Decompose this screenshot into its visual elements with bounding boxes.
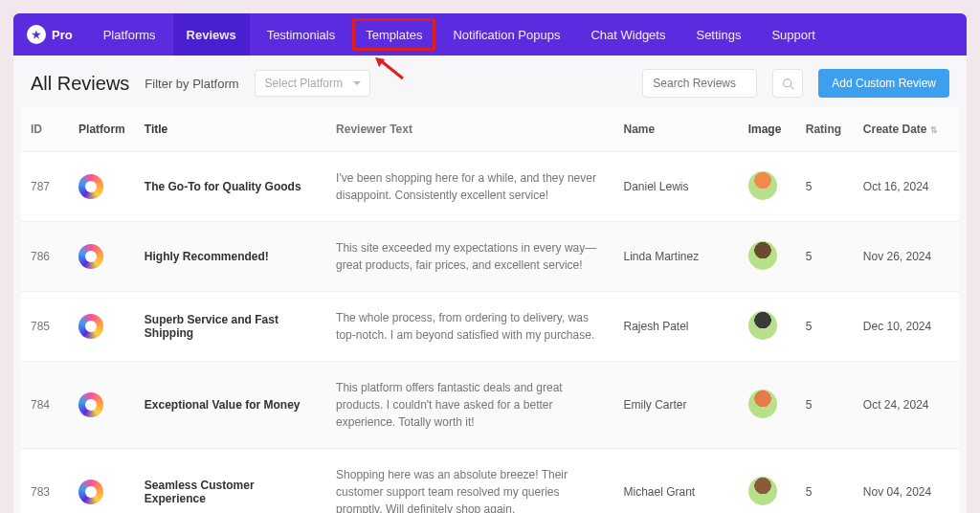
platform-icon — [78, 174, 103, 199]
cell-text: Shopping here was an absolute breeze! Th… — [326, 449, 613, 514]
cell-rating: 5 — [796, 449, 854, 514]
cell-id: 787 — [21, 152, 69, 222]
table-header-row: ID Platform Title Reviewer Text Name Ima… — [21, 107, 959, 152]
sort-icon: ⇅ — [930, 125, 938, 135]
platform-icon — [78, 244, 103, 269]
avatar — [748, 311, 777, 340]
cell-date: Nov 26, 2024 — [854, 222, 959, 292]
table-row[interactable]: 786 Highly Recommended! This site exceed… — [21, 222, 959, 292]
page-title: All Reviews — [31, 73, 129, 95]
cell-platform — [69, 222, 135, 292]
cell-title: Highly Recommended! — [135, 222, 326, 292]
cell-platform — [69, 449, 135, 514]
cell-rating: 5 — [796, 152, 854, 222]
cell-text: This site exceeded my expectations in ev… — [326, 222, 613, 292]
cell-name: Daniel Lewis — [613, 152, 738, 222]
nav-item-chat-widgets[interactable]: Chat Widgets — [577, 13, 679, 56]
avatar — [748, 390, 777, 418]
cell-title: Seamless Customer Experience — [135, 449, 326, 514]
top-nav: ★ Pro PlatformsReviewsTestimonialsTempla… — [13, 13, 967, 56]
cell-date: Oct 24, 2024 — [854, 362, 959, 449]
cell-image — [739, 152, 796, 222]
col-name[interactable]: Name — [613, 107, 738, 152]
cell-date: Nov 04, 2024 — [854, 449, 959, 514]
table-row[interactable]: 787 The Go-To for Quality Goods I've bee… — [21, 152, 959, 222]
col-image[interactable]: Image — [739, 107, 796, 152]
avatar — [748, 477, 777, 505]
cell-platform — [69, 152, 135, 222]
cell-image — [739, 362, 796, 449]
cell-id: 786 — [21, 222, 69, 292]
cell-image — [739, 449, 796, 514]
app-shell: ★ Pro PlatformsReviewsTestimonialsTempla… — [13, 13, 967, 513]
cell-name: Linda Martinez — [613, 222, 738, 292]
svg-point-0 — [783, 78, 791, 86]
reviews-table: ID Platform Title Reviewer Text Name Ima… — [21, 107, 959, 513]
cell-rating: 5 — [796, 222, 854, 292]
col-date[interactable]: Create Date⇅ — [854, 107, 959, 152]
filter-label: Filter by Platform — [145, 77, 238, 91]
cell-title: Superb Service and Fast Shipping — [135, 292, 326, 362]
avatar — [748, 241, 777, 270]
cell-image — [739, 222, 796, 292]
cell-platform — [69, 362, 135, 449]
search-icon — [782, 78, 794, 90]
cell-id: 785 — [21, 292, 69, 362]
toolbar: All Reviews Filter by Platform Select Pl… — [13, 56, 967, 107]
col-rating[interactable]: Rating — [796, 107, 854, 152]
platform-icon — [78, 392, 103, 417]
cell-text: This platform offers fantastic deals and… — [326, 362, 613, 449]
cell-name: Michael Grant — [613, 449, 738, 514]
brand-logo[interactable]: ★ Pro — [27, 25, 73, 44]
nav-item-platforms[interactable]: Platforms — [90, 13, 169, 56]
cell-rating: 5 — [796, 362, 854, 449]
cell-title: The Go-To for Quality Goods — [135, 152, 326, 222]
cell-rating: 5 — [796, 292, 854, 362]
col-title[interactable]: Title — [135, 107, 326, 152]
cell-platform — [69, 292, 135, 362]
table-row[interactable]: 785 Superb Service and Fast Shipping The… — [21, 292, 959, 362]
cell-date: Dec 10, 2024 — [854, 292, 959, 362]
cell-id: 783 — [21, 449, 69, 514]
search-input[interactable] — [642, 69, 757, 98]
avatar — [748, 171, 777, 200]
cell-date: Oct 16, 2024 — [854, 152, 959, 222]
table-row[interactable]: 783 Seamless Customer Experience Shoppin… — [21, 449, 959, 514]
cell-image — [739, 292, 796, 362]
brand-name: Pro — [52, 28, 73, 42]
platform-icon — [78, 480, 103, 504]
nav-item-reviews[interactable]: Reviews — [173, 13, 250, 56]
cell-text: I've been shopping here for a while, and… — [326, 152, 613, 222]
star-icon: ★ — [27, 25, 46, 44]
col-platform[interactable]: Platform — [69, 107, 135, 152]
table-row[interactable]: 784 Exceptional Value for Money This pla… — [21, 362, 959, 449]
add-review-button[interactable]: Add Custom Review — [818, 69, 949, 98]
col-id[interactable]: ID — [21, 107, 69, 152]
nav-item-templates[interactable]: Templates — [352, 18, 435, 51]
platform-select[interactable]: Select Platform — [255, 70, 370, 97]
cell-id: 784 — [21, 362, 69, 449]
svg-line-1 — [791, 85, 793, 88]
nav-item-notification-popups[interactable]: Notification Popups — [439, 13, 573, 56]
cell-text: The whole process, from ordering to deli… — [326, 292, 613, 362]
col-text[interactable]: Reviewer Text — [326, 107, 613, 152]
search-button[interactable] — [772, 69, 803, 98]
cell-name: Rajesh Patel — [613, 292, 738, 362]
platform-icon — [78, 314, 103, 339]
nav-item-settings[interactable]: Settings — [682, 13, 754, 56]
cell-name: Emily Carter — [613, 362, 738, 449]
nav-item-support[interactable]: Support — [758, 13, 829, 56]
nav-item-testimonials[interactable]: Testimonials — [254, 13, 349, 56]
cell-title: Exceptional Value for Money — [135, 362, 326, 449]
